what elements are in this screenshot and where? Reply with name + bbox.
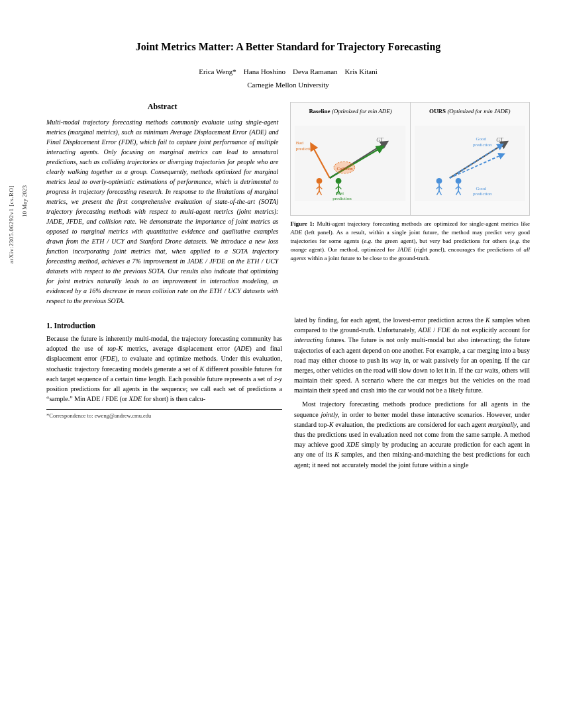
figure-left-panel: Baseline (Optimized for min ADE) GT — [291, 103, 410, 215]
author-1: Erica Weng* — [199, 68, 236, 75]
svg-text:prediction: prediction — [296, 146, 315, 152]
svg-text:GT: GT — [496, 137, 503, 143]
svg-text:Good: Good — [476, 186, 486, 191]
intro-heading: 1. Introduction — [46, 322, 282, 330]
left-panel-illustration: GT Bad prediction Best prediction — [295, 117, 405, 210]
svg-text:Good: Good — [476, 136, 486, 142]
submission-date: 10 May 2023 — [21, 185, 28, 217]
right-panel-label: OURS (Optimized for min JADE) — [415, 108, 525, 114]
svg-text:prediction: prediction — [473, 142, 492, 148]
author-2: Hana Hoshino — [244, 68, 285, 75]
svg-text:Collision: Collision — [337, 166, 354, 171]
right-panel-illustration: GT Good prediction Good prediction — [415, 117, 525, 210]
svg-text:Bad: Bad — [296, 140, 304, 146]
svg-point-11 — [317, 178, 323, 184]
figure-1: Baseline (Optimized for min ADE) GT — [290, 102, 530, 263]
abstract-heading: Abstract — [46, 102, 278, 112]
svg-text:prediction: prediction — [333, 196, 352, 201]
figure-right-panel: OURS (Optimized for min JADE) GT Good pr — [411, 103, 529, 215]
author-4: Kris Kitani — [345, 68, 378, 75]
institution: Carnegie Mellon University — [46, 81, 530, 89]
footnote: *Correspondence to: eweng@andrew.cmu.edu — [46, 409, 282, 419]
svg-rect-23 — [415, 126, 525, 201]
paper-title: Joint Metrics Matter: A Better Standard … — [46, 40, 530, 54]
intro-para2: lated by finding, for each agent, the lo… — [294, 315, 530, 470]
abstract-text: Multi-modal trajectory forecasting metho… — [46, 117, 278, 306]
svg-text:GT: GT — [377, 137, 384, 143]
author-3: Deva Ramanan — [293, 68, 338, 75]
figure-caption: Figure 1: Multi-agent trajectory forecas… — [290, 220, 530, 263]
svg-text:prediction: prediction — [473, 191, 492, 197]
left-panel-label: Baseline (Optimized for min ADE) — [295, 108, 405, 114]
svg-point-32 — [436, 178, 442, 184]
svg-point-38 — [455, 178, 461, 184]
svg-point-17 — [336, 178, 342, 184]
author-list: Erica Weng* Hana Hoshino Deva Ramanan Kr… — [46, 66, 530, 78]
intro-para1: Because the future is inherently multi-m… — [46, 334, 282, 404]
arxiv-id: arXiv:2305.06292v1 [cs.RO] — [8, 185, 15, 263]
